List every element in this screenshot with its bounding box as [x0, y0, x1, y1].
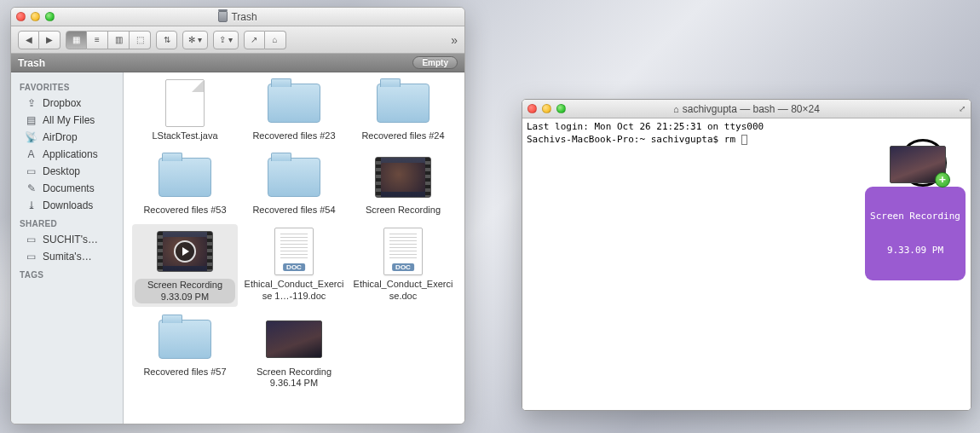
file-label: Recovered files #53	[143, 205, 226, 216]
applications-icon: A	[25, 149, 37, 160]
folder-icon	[264, 153, 324, 201]
view-columns[interactable]: ▥	[108, 31, 130, 49]
location-label: Trash	[18, 57, 45, 69]
file-label: Recovered files #54	[252, 205, 335, 216]
forward-button[interactable]: ▶	[39, 31, 61, 49]
terminal-line-1: Last login: Mon Oct 26 21:25:31 on ttys0…	[527, 121, 764, 132]
back-button[interactable]: ◀	[18, 31, 39, 49]
finder-titlebar[interactable]: Trash	[11, 8, 464, 26]
action-button[interactable]: ✻ ▾	[182, 31, 208, 49]
finder-toolbar: ◀ ▶ ▦ ≡ ▥ ⬚ ⇅ ✻ ▾ ⇪ ▾ ↗ ⌂ »	[11, 26, 464, 54]
documents-icon: ✎	[25, 183, 37, 194]
arrange-button[interactable]: ⇅	[156, 31, 177, 49]
file-item[interactable]: Recovered files #54	[241, 150, 347, 219]
all-files-icon: ▤	[25, 115, 37, 126]
terminal-window: ⌂ sachivgupta — bash — 80×24 ⤢ Last logi…	[522, 99, 971, 411]
downloads-icon: ⤓	[25, 200, 37, 211]
finder-content[interactable]: LStackTest.javaRecovered files #23Recove…	[124, 72, 464, 424]
edit-tags-button[interactable]: ⌂	[265, 31, 286, 49]
trash-icon	[218, 11, 228, 22]
folder-icon	[155, 315, 215, 363]
file-item[interactable]: DOCEthical_Conduct_Exercise.doc	[350, 224, 456, 306]
file-label: Recovered files #23	[252, 130, 335, 141]
sidebar-item-downloads[interactable]: ⤓Downloads	[11, 197, 123, 214]
sidebar-header-favorites: FAVORITES	[11, 78, 123, 95]
view-icon-grid[interactable]: ▦	[66, 31, 87, 49]
file-label: Recovered files #24	[361, 130, 444, 141]
window-title: Trash	[11, 11, 464, 23]
dropbox-button[interactable]: ⇪ ▾	[213, 31, 239, 49]
computer-icon: ▭	[25, 251, 37, 263]
video-file-icon	[373, 153, 433, 201]
file-item[interactable]: Recovered files #24	[350, 76, 456, 145]
zoom-button[interactable]	[556, 104, 566, 113]
doc-file-icon: DOC	[264, 228, 324, 275]
sidebar-item-shared-1[interactable]: ▭SUCHIT's…	[11, 231, 123, 248]
file-label: Ethical_Conduct_Exercise 1…-119.doc	[244, 279, 344, 301]
terminal-prompt: Sachivs-MacBook-Pro:~ sachivgupta$	[527, 134, 724, 145]
file-label: Recovered files #57	[143, 367, 226, 378]
terminal-cursor	[741, 135, 747, 145]
terminal-titlebar[interactable]: ⌂ sachivgupta — bash — 80×24 ⤢	[522, 100, 971, 118]
sidebar-item-dropbox[interactable]: ⇪Dropbox	[11, 95, 123, 112]
file-item[interactable]: Recovered files #23	[241, 76, 347, 145]
computer-icon: ▭	[25, 234, 37, 245]
file-label: Screen Recording 9.33.09 PM	[135, 279, 235, 303]
window-title-text: Trash	[231, 11, 257, 23]
terminal-command: rm	[724, 134, 741, 145]
file-label: LStackTest.java	[152, 130, 217, 141]
terminal-title: ⌂ sachivgupta — bash — 80×24	[522, 103, 971, 115]
sidebar-header-tags: TAGS	[11, 265, 123, 282]
folder-icon	[373, 79, 433, 127]
sidebar-item-applications[interactable]: AApplications	[11, 146, 123, 163]
file-item[interactable]: Screen Recording 9.36.14 PM	[241, 312, 347, 392]
window-controls	[527, 104, 566, 113]
screenshot-icon	[264, 315, 324, 363]
close-button[interactable]	[527, 104, 537, 113]
finder-window: Trash ◀ ▶ ▦ ≡ ▥ ⬚ ⇅ ✻ ▾ ⇪ ▾ ↗ ⌂ » Trash …	[10, 7, 465, 424]
file-label: Screen Recording 9.36.14 PM	[244, 367, 344, 389]
file-label: Screen Recording	[366, 205, 441, 216]
desktop-icon: ▭	[25, 166, 37, 177]
folder-icon	[155, 153, 215, 201]
video-file-icon	[155, 228, 215, 275]
drag-preview: + Screen Recording 9.33.09 PM	[860, 146, 959, 280]
file-item[interactable]: Recovered files #53	[132, 150, 238, 219]
folder-icon	[264, 79, 324, 127]
close-button[interactable]	[16, 12, 26, 21]
sidebar-item-airdrop[interactable]: 📡AirDrop	[11, 129, 123, 146]
window-controls	[16, 12, 55, 21]
zoom-button[interactable]	[45, 12, 55, 21]
sidebar-item-shared-2[interactable]: ▭Sumita's…	[11, 248, 123, 265]
sidebar-header-shared: SHARED	[11, 214, 123, 231]
empty-trash-button[interactable]: Empty	[412, 56, 458, 69]
share-edit-group: ↗ ⌂	[244, 31, 286, 49]
minimize-button[interactable]	[542, 104, 551, 113]
terminal-title-text: sachivgupta — bash — 80×24	[683, 103, 820, 115]
file-label: Ethical_Conduct_Exercise.doc	[353, 279, 453, 301]
sidebar-item-all-my-files[interactable]: ▤All My Files	[11, 112, 123, 129]
nav-buttons: ◀ ▶	[18, 31, 61, 49]
dropbox-icon: ⇪	[25, 98, 37, 109]
doc-file-icon: DOC	[373, 228, 433, 275]
view-coverflow[interactable]: ⬚	[130, 31, 151, 49]
home-icon: ⌂	[673, 104, 679, 114]
toolbar-overflow[interactable]: »	[451, 33, 458, 47]
share-button[interactable]: ↗	[244, 31, 265, 49]
view-list[interactable]: ≡	[87, 31, 108, 49]
terminal-body[interactable]: Last login: Mon Oct 26 21:25:31 on ttys0…	[522, 118, 971, 410]
expand-icon[interactable]: ⤢	[959, 104, 966, 113]
airdrop-icon: 📡	[25, 132, 37, 143]
minimize-button[interactable]	[31, 12, 40, 21]
file-item[interactable]: Screen Recording 9.33.09 PM	[132, 224, 238, 306]
java-file-icon	[155, 79, 215, 127]
finder-sidebar: FAVORITES ⇪Dropbox ▤All My Files 📡AirDro…	[11, 72, 124, 424]
location-bar: Trash Empty	[11, 54, 464, 72]
sidebar-item-desktop[interactable]: ▭Desktop	[11, 163, 123, 180]
view-switcher: ▦ ≡ ▥ ⬚	[66, 31, 151, 49]
sidebar-item-documents[interactable]: ✎Documents	[11, 180, 123, 197]
file-item[interactable]: LStackTest.java	[132, 76, 238, 145]
file-item[interactable]: Recovered files #57	[132, 312, 238, 392]
file-item[interactable]: Screen Recording	[350, 150, 456, 219]
file-item[interactable]: DOCEthical_Conduct_Exercise 1…-119.doc	[241, 224, 347, 306]
